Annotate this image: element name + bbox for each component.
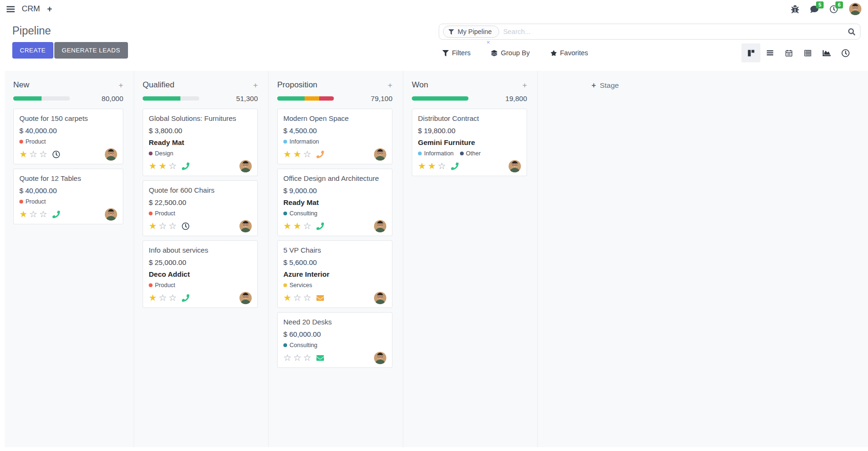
card-priority-stars[interactable]: ★☆☆ — [149, 293, 179, 303]
kanban-card[interactable]: 5 VP Chairs $ 5,600.00 Azure Interior Se… — [277, 240, 392, 308]
card-salesperson-avatar[interactable] — [239, 292, 252, 304]
star-empty-icon[interactable]: ☆ — [283, 353, 291, 363]
star-filled-icon[interactable]: ★ — [19, 149, 27, 159]
clock-icon[interactable] — [182, 222, 189, 230]
progress-segment[interactable] — [319, 96, 334, 101]
phone-icon[interactable] — [451, 162, 459, 170]
card-priority-stars[interactable]: ★★☆ — [149, 162, 179, 171]
card-priority-stars[interactable]: ★★☆ — [283, 150, 313, 159]
star-filled-icon[interactable]: ★ — [149, 161, 157, 171]
clock-icon[interactable] — [52, 151, 60, 158]
star-filled-icon[interactable]: ★ — [283, 149, 291, 159]
view-calendar-button[interactable] — [779, 43, 798, 62]
progress-segment[interactable] — [277, 96, 305, 101]
favorites-button[interactable]: Favorites — [551, 49, 588, 57]
column-title[interactable]: New — [13, 80, 29, 90]
star-empty-icon[interactable]: ☆ — [303, 353, 311, 363]
star-filled-icon[interactable]: ★ — [418, 161, 426, 171]
progress-segment[interactable] — [13, 96, 42, 101]
messages-icon[interactable]: 5 — [810, 5, 818, 13]
star-filled-icon[interactable]: ★ — [283, 221, 291, 231]
search-facet-my-pipeline[interactable]: My Pipeline — [443, 26, 499, 38]
progress-segment[interactable] — [412, 96, 468, 101]
column-title[interactable]: Won — [412, 80, 428, 90]
view-pivot-button[interactable] — [798, 43, 817, 62]
star-filled-icon[interactable]: ★ — [159, 161, 167, 171]
add-tab-icon[interactable]: + — [47, 5, 52, 13]
card-priority-stars[interactable]: ★★☆ — [283, 221, 313, 231]
kanban-card[interactable]: Global Solutions: Furnitures $ 3,800.00 … — [143, 109, 258, 176]
card-salesperson-avatar[interactable] — [374, 292, 386, 304]
activities-icon[interactable]: 6 — [830, 5, 838, 13]
kanban-card[interactable]: Info about services $ 25,000.00 Deco Add… — [143, 240, 258, 308]
search-icon[interactable] — [848, 28, 855, 35]
kanban-card[interactable]: Office Design and Architecture $ 9,000.0… — [277, 169, 392, 236]
generate-leads-button[interactable]: GENERATE LEADS — [54, 42, 128, 59]
star-empty-icon[interactable]: ☆ — [293, 293, 301, 303]
card-salesperson-avatar[interactable] — [374, 220, 386, 232]
column-add-icon[interactable]: + — [119, 81, 123, 89]
view-kanban-button[interactable] — [741, 43, 760, 62]
kanban-card[interactable]: Modern Open Space $ 4,500.00 Information… — [277, 109, 392, 164]
column-progressbar[interactable] — [143, 96, 199, 101]
card-salesperson-avatar[interactable] — [374, 352, 386, 364]
star-filled-icon[interactable]: ★ — [19, 209, 27, 219]
card-salesperson-avatar[interactable] — [509, 160, 521, 172]
envelope-icon[interactable] — [316, 294, 324, 302]
star-filled-icon[interactable]: ★ — [293, 221, 301, 231]
user-avatar[interactable] — [849, 3, 861, 15]
phone-icon[interactable] — [316, 151, 324, 158]
filters-button[interactable]: Filters — [443, 49, 470, 57]
envelope-icon[interactable] — [316, 354, 324, 362]
card-priority-stars[interactable]: ★☆☆ — [149, 221, 179, 231]
column-add-icon[interactable]: + — [253, 81, 258, 89]
group-by-button[interactable]: Group By — [491, 49, 529, 57]
star-empty-icon[interactable]: ☆ — [169, 221, 177, 231]
kanban-card[interactable]: Quote for 600 Chairs $ 22,500.00 Product… — [143, 180, 258, 236]
star-filled-icon[interactable]: ★ — [293, 149, 301, 159]
view-list-button[interactable] — [760, 43, 779, 62]
view-graph-button[interactable] — [817, 43, 836, 62]
card-priority-stars[interactable]: ☆☆☆ — [283, 353, 313, 363]
star-filled-icon[interactable]: ★ — [149, 293, 157, 303]
star-filled-icon[interactable]: ★ — [149, 221, 157, 231]
app-menu-icon[interactable] — [7, 5, 15, 13]
star-filled-icon[interactable]: ★ — [428, 161, 436, 171]
column-title[interactable]: Qualified — [143, 80, 174, 90]
phone-icon[interactable] — [316, 222, 324, 230]
kanban-card[interactable]: Quote for 150 carpets $ 40,000.00 Produc… — [13, 109, 123, 164]
star-empty-icon[interactable]: ☆ — [39, 149, 47, 159]
star-empty-icon[interactable]: ☆ — [169, 161, 177, 171]
progress-segment[interactable] — [305, 96, 319, 101]
progress-segment[interactable] — [143, 96, 180, 101]
view-activity-button[interactable] — [836, 43, 855, 62]
star-filled-icon[interactable]: ★ — [283, 293, 291, 303]
column-title[interactable]: Proposition — [277, 80, 317, 90]
star-empty-icon[interactable]: ☆ — [29, 149, 37, 159]
card-salesperson-avatar[interactable] — [239, 220, 252, 232]
card-salesperson-avatar[interactable] — [374, 148, 386, 161]
star-empty-icon[interactable]: ☆ — [159, 221, 167, 231]
card-salesperson-avatar[interactable] — [239, 160, 252, 172]
star-empty-icon[interactable]: ☆ — [29, 209, 37, 219]
remove-facet-icon[interactable]: × — [486, 39, 490, 45]
star-empty-icon[interactable]: ☆ — [39, 209, 47, 219]
phone-icon[interactable] — [52, 211, 60, 218]
column-progressbar[interactable] — [13, 96, 70, 101]
add-stage-button[interactable]: +Stage — [592, 81, 619, 90]
star-empty-icon[interactable]: ☆ — [303, 221, 311, 231]
kanban-card[interactable]: Distributor Contract $ 19,800.00 Gemini … — [412, 109, 527, 176]
card-priority-stars[interactable]: ★☆☆ — [19, 150, 49, 159]
kanban-card[interactable]: Need 20 Desks $ 60,000.00 Consulting ☆☆☆ — [277, 312, 392, 368]
search-input[interactable] — [503, 28, 848, 35]
phone-icon[interactable] — [182, 162, 189, 170]
card-priority-stars[interactable]: ★☆☆ — [283, 293, 313, 303]
star-empty-icon[interactable]: ☆ — [293, 353, 301, 363]
kanban-card[interactable]: Quote for 12 Tables $ 40,000.00 Product … — [13, 169, 123, 224]
column-add-icon[interactable]: + — [522, 81, 527, 89]
column-progressbar[interactable] — [412, 96, 468, 101]
column-progressbar[interactable] — [277, 96, 334, 101]
card-salesperson-avatar[interactable] — [105, 208, 117, 221]
star-empty-icon[interactable]: ☆ — [169, 293, 177, 303]
search-bar[interactable]: My Pipeline — [439, 24, 860, 40]
